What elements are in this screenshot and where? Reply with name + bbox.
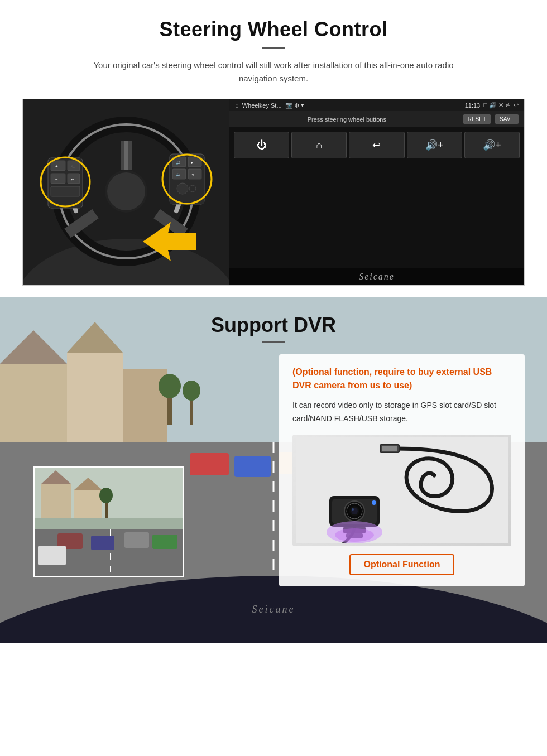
- head-unit-control-bar: Press steering wheel buttons RESET SAVE: [229, 111, 524, 127]
- steering-description: Your original car's steering wheel contr…: [78, 59, 469, 85]
- status-bar: ⌂ Wheelkey St... 📷 ψ ▾ 11:13 □ 🔊 ✕ ⏎ ↩: [229, 99, 524, 111]
- svg-point-78: [372, 500, 376, 505]
- svg-rect-24: [188, 169, 201, 179]
- back-icon: ↩: [514, 102, 519, 109]
- svg-rect-13: [51, 174, 65, 184]
- dvr-main-layout: (Optional function, require to buy exter…: [22, 354, 525, 605]
- steering-title: Steering Wheel Control: [22, 18, 525, 41]
- dvr-left-column: [22, 354, 268, 605]
- home-button[interactable]: ⌂: [291, 132, 347, 158]
- svg-text:↩: ↩: [71, 177, 74, 181]
- svg-rect-54: [41, 484, 71, 518]
- svg-rect-65: [152, 535, 177, 549]
- svg-point-26: [189, 185, 196, 192]
- svg-rect-64: [124, 532, 149, 548]
- extra-icons: □ 🔊 ✕ ⏎: [483, 102, 510, 109]
- dvr-right-column: (Optional function, require to buy exter…: [279, 354, 525, 605]
- dvr-optional-text: (Optional function, require to buy exter…: [292, 365, 511, 392]
- app-title: Wheelkey St...: [242, 102, 282, 109]
- dvr-description: It can record video only to storage in G…: [292, 399, 511, 426]
- svg-text:🔉: 🔉: [176, 172, 181, 177]
- svg-point-82: [335, 528, 374, 542]
- status-icons: 📷 ψ ▾: [285, 102, 304, 109]
- steering-buttons-grid: ⏻ ⌂ ↩ 🔊+ 🔊+: [229, 127, 524, 163]
- svg-text:🔊: 🔊: [176, 160, 181, 165]
- dvr-content: Support DVR: [0, 297, 547, 622]
- seicane-watermark-dvr: Seicane: [252, 604, 295, 615]
- head-unit-screen: ⌂ Wheelkey St... 📷 ψ ▾ 11:13 □ 🔊 ✕ ⏎ ↩ P…: [229, 99, 524, 285]
- optional-function-button[interactable]: Optional Function: [349, 554, 455, 575]
- dvr-thumbnail: [33, 466, 184, 577]
- steering-section: Steering Wheel Control Your original car…: [0, 0, 547, 297]
- vol-up2-button[interactable]: 🔊+: [464, 132, 520, 158]
- steering-wheel-photo: + 📞 − ↩ 🔊 ▸ 🔉 ◂: [23, 99, 229, 286]
- dvr-section: Support DVR: [0, 297, 547, 643]
- svg-text:−: −: [55, 177, 58, 182]
- reset-button[interactable]: RESET: [463, 114, 491, 124]
- svg-point-77: [352, 508, 354, 511]
- power-button[interactable]: ⏻: [234, 132, 289, 158]
- svg-rect-56: [74, 490, 102, 518]
- save-button[interactable]: SAVE: [495, 114, 519, 124]
- svg-text:+: +: [55, 164, 58, 169]
- svg-rect-66: [38, 546, 66, 565]
- dvr-camera-illustration: [292, 435, 511, 546]
- seicane-watermark-steering: Seicane: [229, 268, 524, 285]
- back-button[interactable]: ↩: [349, 132, 404, 158]
- svg-rect-70: [382, 446, 397, 451]
- vol-up-button[interactable]: 🔊+: [407, 132, 462, 158]
- svg-rect-15: [51, 186, 80, 196]
- title-divider: [262, 47, 285, 49]
- dvr-title: Support DVR: [22, 314, 525, 337]
- svg-rect-63: [91, 536, 114, 550]
- time-display: 11:13: [465, 102, 481, 109]
- svg-rect-11: [51, 161, 65, 171]
- dvr-title-divider: [262, 341, 285, 343]
- optional-function-container: Optional Function: [292, 546, 511, 575]
- head-unit-ui: ⌂ Wheelkey St... 📷 ψ ▾ 11:13 □ 🔊 ✕ ⏎ ↩ P…: [229, 99, 524, 285]
- svg-text:📞: 📞: [71, 165, 75, 169]
- svg-rect-67: [296, 437, 508, 543]
- steering-prompt: Press steering wheel buttons: [235, 116, 459, 123]
- road-simulation: [35, 468, 183, 576]
- steering-composite-image: + 📞 − ↩ 🔊 ▸ 🔉 ◂: [22, 99, 525, 286]
- svg-point-59: [99, 488, 113, 503]
- home-icon: ⌂: [235, 102, 239, 109]
- svg-text:◂: ◂: [191, 172, 194, 176]
- svg-point-5: [107, 172, 145, 210]
- dvr-info-card: (Optional function, require to buy exter…: [279, 354, 525, 586]
- svg-text:▸: ▸: [191, 161, 194, 165]
- svg-point-25: [177, 183, 188, 194]
